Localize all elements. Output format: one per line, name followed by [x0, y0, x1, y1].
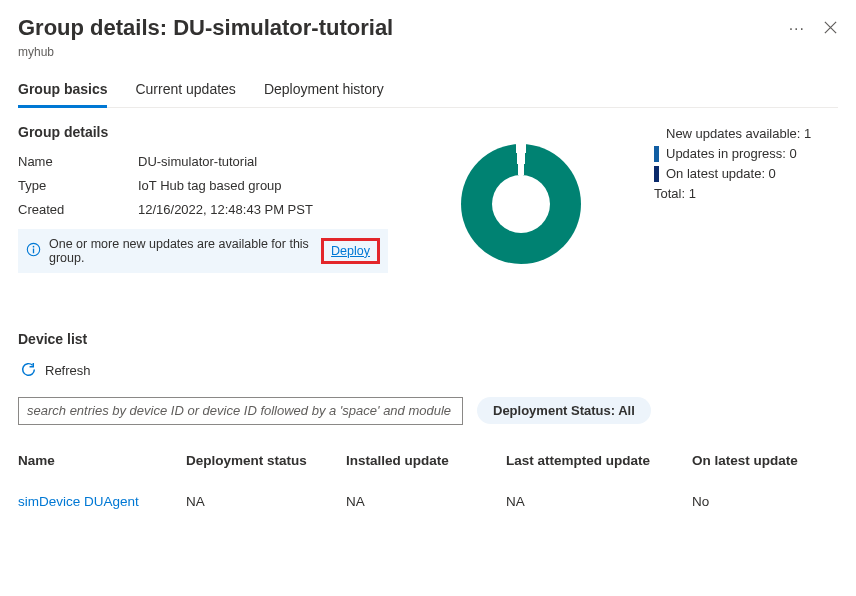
- legend-on-latest: On latest update: 0: [666, 166, 776, 181]
- page-title: Group details: DU-simulator-tutorial: [18, 14, 789, 43]
- name-value: DU-simulator-tutorial: [138, 154, 257, 169]
- legend-in-progress: Updates in progress: 0: [666, 146, 797, 161]
- col-installed-update[interactable]: Installed update: [346, 453, 506, 468]
- legend-swatch-progress: [654, 146, 659, 162]
- col-last-attempted[interactable]: Last attempted update: [506, 453, 692, 468]
- tab-deployment-history[interactable]: Deployment history: [264, 81, 384, 107]
- more-icon[interactable]: ···: [789, 20, 805, 38]
- name-label: Name: [18, 154, 138, 169]
- deploy-link[interactable]: Deploy: [321, 238, 380, 264]
- tab-group-basics[interactable]: Group basics: [18, 81, 107, 107]
- search-input[interactable]: [18, 397, 463, 425]
- tab-current-updates[interactable]: Current updates: [135, 81, 235, 107]
- refresh-icon: [20, 361, 37, 381]
- table-row: simDevice DUAgent NA NA NA No: [18, 486, 838, 517]
- group-details-heading: Group details: [18, 124, 388, 140]
- device-list-heading: Device list: [18, 331, 838, 347]
- type-label: Type: [18, 178, 138, 193]
- refresh-button[interactable]: Refresh: [20, 361, 838, 381]
- col-on-latest[interactable]: On latest update: [692, 453, 838, 468]
- deployment-status-filter[interactable]: Deployment Status: All: [477, 397, 651, 424]
- status-legend: New updates available: 1 Updates in prog…: [654, 124, 838, 273]
- col-deployment-status[interactable]: Deployment status: [186, 453, 346, 468]
- device-link[interactable]: simDevice DUAgent: [18, 494, 186, 509]
- cell-on-latest: No: [692, 494, 838, 509]
- svg-rect-2: [33, 248, 34, 253]
- cell-last-attempted: NA: [506, 494, 692, 509]
- close-icon[interactable]: [823, 20, 838, 38]
- legend-swatch-latest: [654, 166, 659, 182]
- col-name[interactable]: Name: [18, 453, 186, 468]
- svg-point-1: [33, 245, 35, 247]
- cell-deployment-status: NA: [186, 494, 346, 509]
- type-value: IoT Hub tag based group: [138, 178, 282, 193]
- cell-installed-update: NA: [346, 494, 506, 509]
- alert-text: One or more new updates are available fo…: [49, 237, 313, 265]
- deploy-alert: One or more new updates are available fo…: [18, 229, 388, 273]
- page-subtitle: myhub: [18, 45, 789, 59]
- legend-swatch-new: [654, 126, 659, 142]
- tabs: Group basics Current updates Deployment …: [18, 81, 838, 108]
- device-table: Name Deployment status Installed update …: [18, 447, 838, 517]
- info-icon: [26, 242, 41, 260]
- refresh-label: Refresh: [45, 363, 91, 378]
- legend-new-updates: New updates available: 1: [666, 126, 811, 141]
- legend-total: Total: 1: [654, 186, 696, 201]
- created-value: 12/16/2022, 12:48:43 PM PST: [138, 202, 313, 217]
- created-label: Created: [18, 202, 138, 217]
- status-donut-chart: [461, 144, 581, 264]
